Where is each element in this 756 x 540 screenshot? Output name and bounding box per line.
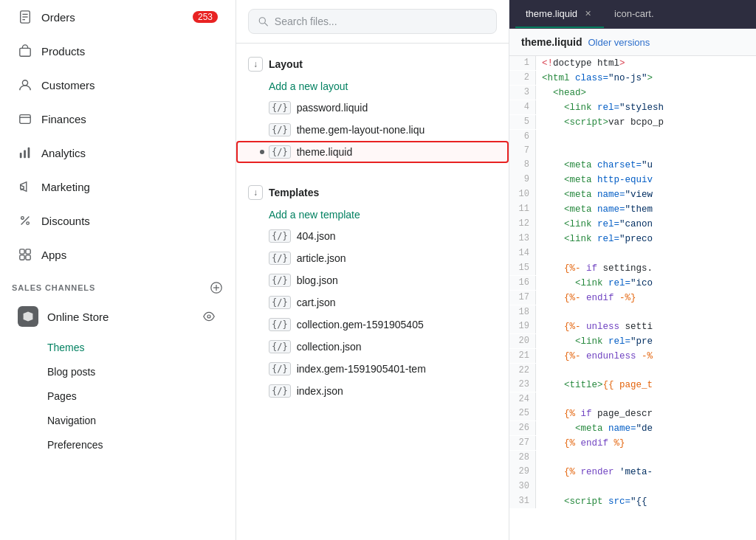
blog-posts-label: Blog posts — [47, 366, 95, 378]
code-line: 6 — [509, 130, 756, 144]
svg-line-12 — [21, 217, 30, 225]
code-line: 2 <html class="no-js"> — [509, 71, 756, 86]
svg-rect-8 — [24, 150, 26, 158]
svg-point-21 — [259, 18, 265, 24]
svg-point-10 — [21, 217, 24, 220]
templates-section: ↓ Templates Add a new template {/} 404.j… — [236, 172, 509, 411]
add-layout-link[interactable]: Add a new layout — [236, 76, 509, 97]
sidebar-item-finances[interactable]: Finances — [6, 103, 230, 135]
code-header: theme.liquid Older versions — [509, 29, 756, 56]
eye-icon[interactable] — [200, 308, 218, 325]
search-icon — [258, 15, 269, 27]
svg-rect-9 — [28, 148, 30, 158]
json-icon: {/} — [269, 229, 291, 243]
file-item-gem-layout[interactable]: {/} theme.gem-layout-none.liqu — [236, 119, 509, 141]
file-item-collection-gem[interactable]: {/} collection.gem-1591905405 — [236, 314, 509, 336]
code-editor[interactable]: 1 <!doctype html> 2 <html class="no-js">… — [509, 56, 756, 540]
products-label: Products — [41, 45, 85, 58]
sales-channels-section: SALES CHANNELS — [0, 271, 236, 298]
layout-folder-icon: ↓ — [248, 57, 263, 72]
sidebar: Orders 253 Products Customers Finances A… — [0, 0, 236, 540]
code-line: 17 {%- endif -%} — [509, 291, 756, 305]
file-item-404[interactable]: {/} 404.json — [236, 225, 509, 247]
templates-section-header[interactable]: ↓ Templates — [236, 181, 509, 204]
sidebar-item-orders[interactable]: Orders 253 — [6, 1, 230, 33]
code-line: 31 <script src="{{ — [509, 494, 756, 509]
code-line: 15 {%- if settings. — [509, 261, 756, 276]
file-item-index[interactable]: {/} index.json — [236, 380, 509, 402]
sidebar-item-marketing[interactable]: Marketing — [6, 170, 230, 203]
add-template-link[interactable]: Add a new template — [236, 204, 509, 225]
sidebar-item-customers[interactable]: Customers — [6, 69, 230, 101]
code-line: 27 {% endif %} — [509, 436, 756, 451]
templates-folder-icon: ↓ — [248, 185, 263, 200]
sidebar-item-online-store[interactable]: Online Store — [6, 299, 230, 334]
code-line: 8 <meta charset="u — [509, 158, 756, 173]
svg-rect-14 — [26, 249, 30, 254]
search-wrapper[interactable] — [248, 9, 497, 34]
close-tab-button[interactable]: ✕ — [582, 7, 594, 19]
analytics-icon — [18, 145, 32, 160]
discounts-icon — [18, 213, 32, 228]
svg-point-20 — [207, 315, 210, 318]
sidebar-item-discounts[interactable]: Discounts — [6, 204, 230, 237]
code-line: 21 {%- endunless -% — [509, 349, 756, 364]
sidebar-item-products[interactable]: Products — [6, 35, 230, 67]
navigation-label: Navigation — [47, 415, 96, 426]
preferences-label: Preferences — [47, 439, 103, 451]
code-line: 20 <link rel="pre — [509, 334, 756, 349]
sidebar-item-preferences[interactable]: Preferences — [6, 433, 230, 457]
liquid-icon: {/} — [269, 101, 291, 114]
products-icon — [18, 44, 32, 58]
sidebar-item-themes[interactable]: Themes — [6, 336, 230, 359]
file-name: index.gem-1591905401-tem — [297, 363, 426, 375]
code-line: 5 <script>var bcpo_p — [509, 115, 756, 130]
add-sales-channel-button[interactable] — [209, 280, 224, 295]
json-icon: {/} — [269, 274, 291, 287]
tab-theme-liquid[interactable]: theme.liquid ✕ — [515, 0, 604, 28]
layout-section-header[interactable]: ↓ Layout — [236, 52, 509, 76]
sidebar-item-pages[interactable]: Pages — [6, 384, 230, 408]
code-line: 1 <!doctype html> — [509, 56, 756, 71]
orders-label: Orders — [41, 11, 75, 24]
orders-icon — [18, 10, 32, 24]
file-name: blog.json — [297, 274, 338, 286]
tab-icon-cart[interactable]: icon-cart. — [604, 1, 664, 28]
file-item-theme-liquid[interactable]: {/} theme.liquid — [236, 141, 509, 163]
marketing-icon — [18, 179, 32, 194]
active-dot — [260, 150, 264, 154]
file-name: 404.json — [297, 230, 336, 242]
search-input[interactable] — [275, 15, 487, 27]
older-versions-link[interactable]: Older versions — [588, 37, 650, 48]
code-line: 19 {%- unless setti — [509, 319, 756, 334]
file-name: theme.liquid — [297, 146, 353, 158]
code-panel: theme.liquid ✕ icon-cart. theme.liquid O… — [509, 0, 756, 540]
layout-section-label: Layout — [269, 58, 303, 70]
file-name: collection.gem-1591905405 — [297, 319, 424, 330]
svg-rect-7 — [20, 153, 22, 158]
file-item-article[interactable]: {/} article.json — [236, 247, 509, 269]
svg-point-5 — [22, 80, 27, 86]
file-item-password[interactable]: {/} password.liquid — [236, 97, 509, 119]
file-panel: ↓ Layout Add a new layout {/} password.l… — [236, 0, 509, 540]
sidebar-item-navigation[interactable]: Navigation — [6, 409, 230, 432]
sales-channels-label: SALES CHANNELS — [12, 283, 95, 292]
sidebar-item-analytics[interactable]: Analytics — [6, 136, 230, 169]
code-line: 29 {% render 'meta- — [509, 465, 756, 480]
themes-label: Themes — [47, 342, 85, 353]
analytics-label: Analytics — [41, 147, 86, 159]
json-icon: {/} — [269, 318, 291, 331]
orders-badge: 253 — [193, 11, 218, 23]
code-line: 11 <meta name="them — [509, 202, 756, 217]
apps-icon — [18, 247, 32, 262]
file-name: index.json — [297, 385, 343, 397]
sidebar-item-apps[interactable]: Apps — [6, 238, 230, 271]
code-line: 3 <head> — [509, 86, 756, 100]
file-item-cart[interactable]: {/} cart.json — [236, 291, 509, 314]
sidebar-item-blog-posts[interactable]: Blog posts — [6, 360, 230, 384]
file-item-collection[interactable]: {/} collection.json — [236, 336, 509, 358]
file-name: cart.json — [297, 297, 336, 308]
file-item-blog[interactable]: {/} blog.json — [236, 269, 509, 291]
file-item-index-gem[interactable]: {/} index.gem-1591905401-tem — [236, 358, 509, 380]
code-line: 30 — [509, 480, 756, 494]
